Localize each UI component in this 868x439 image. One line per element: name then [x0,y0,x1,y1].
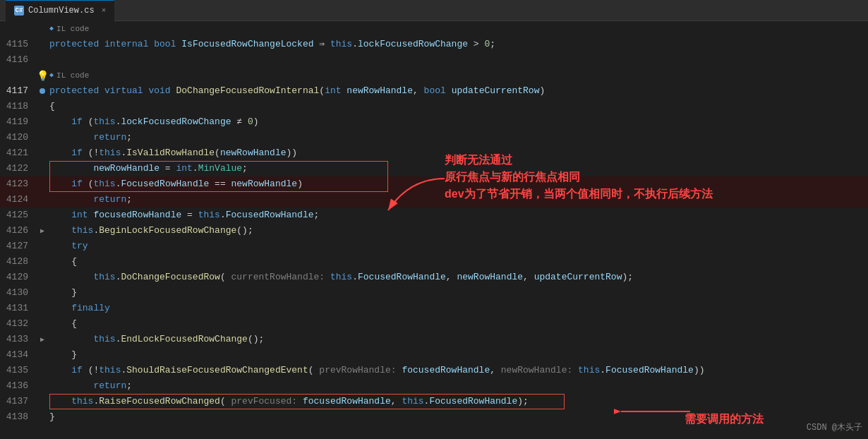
code-line: if (this.FocusedRowHandle == newRowHandl… [49,176,303,192]
gutter: 💡 [35,68,49,83]
arrow-icon: ▶ [35,332,49,347]
line-row: 4133 ▶ this.EndLockFocusedRowChange(); [0,332,868,347]
line-row: 4127 try [0,239,868,254]
line-number: 4122 [0,161,35,176]
line-number: 4124 [0,192,35,208]
line-number: 4137 [0,394,35,409]
il-badge: ◆ IL code [49,68,89,83]
close-tab-button[interactable]: × [102,6,107,15]
line-row: 4117 protected virtual void DoChangeFocu… [0,83,868,99]
filename: ColumnView.cs [28,6,95,16]
file-tab[interactable]: C# ColumnView.cs × [6,0,114,21]
code-line: this.DoChangeFocusedRow( currentRowHandl… [49,270,633,285]
code-line: int focusedRowHandle = this.FocusedRowHa… [49,208,319,223]
code-line: this.RaiseFocusedRowChanged( prevFocused… [49,394,529,409]
annotation-arrow-bottom [614,401,692,422]
code-line: if (!this.ShouldRaiseFocusedRowChangedEv… [49,363,705,378]
line-number: 4118 [0,99,35,114]
line-number: 4121 [0,145,35,161]
line-number: 4123 [0,176,35,192]
code-line: finally [49,301,110,316]
line-row: ◆ IL code [0,21,868,37]
line-row: 4130 } [0,285,868,301]
code-line: return; [49,130,132,145]
code-line: { [49,316,77,332]
line-row: 4116 [0,52,868,68]
line-number: 4136 [0,378,35,394]
line-row: 4128 { [0,254,868,270]
line-number: 4117 [0,83,35,99]
line-number: 4131 [0,301,35,316]
code-line: protected virtual void DoChangeFocusedRo… [49,83,545,99]
line-row: 4126 ▶ this.BeginLockFocusedRowChange(); [0,223,868,239]
line-number: 4119 [0,114,35,130]
line-number: 4128 [0,254,35,270]
line-number: 4127 [0,239,35,254]
code-line: if (!this.IsValidRowHandle(newRowHandle)… [49,145,297,161]
line-number: 4133 [0,332,35,347]
code-line: this.BeginLockFocusedRowChange(); [49,223,253,239]
gutter: ▶ [35,332,49,347]
line-number [0,68,35,83]
line-number: 4132 [0,316,35,332]
code-line: return; [49,378,132,394]
code-line: try [49,239,88,254]
line-row: 4137 this.RaiseFocusedRowChanged( prevFo… [0,394,868,409]
line-row: 4134 } [0,347,868,363]
title-bar: C# ColumnView.cs × [0,0,868,21]
line-number: 4125 [0,208,35,223]
line-number: 4135 [0,363,35,378]
code-line: } [49,409,55,425]
breakpoint-dot[interactable] [40,88,45,94]
il-icon: ◆ [49,68,54,83]
line-row: 4129 this.DoChangeFocusedRow( currentRow… [0,270,868,285]
bulb-icon[interactable]: 💡 [35,68,49,83]
code-line: return; [49,192,132,208]
line-number [0,21,35,37]
annotation-arrow-top [381,175,452,217]
code-line: this.EndLockFocusedRowChange(); [49,332,264,347]
code-editor: 判断无法通过 原行焦点与新的行焦点相同 dev为了节省开销，当两个值相同时，不执… [0,21,868,439]
line-row: 4119 if (this.lockFocusedRowChange ≠ 0) [0,114,868,130]
line-number: 4130 [0,285,35,301]
line-number: 4134 [0,347,35,363]
line-row: 4121 if (!this.IsValidRowHandle(newRowHa… [0,145,868,161]
line-row: 4118 { [0,99,868,114]
watermark: CSDN @木头子 [807,421,862,433]
line-row: 4120 return; [0,130,868,145]
annotation-bottom: 需要调用的方法 [685,411,764,428]
line-row: 4136 return; [0,378,868,394]
line-row: 4122 newRowHandle = int.MinValue; [0,161,868,176]
line-number: 4115 [0,37,35,52]
code-line: } [49,285,77,301]
line-number: 4129 [0,270,35,285]
line-row: 4132 { [0,316,868,332]
line-row: 4115 protected internal bool IsFocusedRo… [0,37,868,52]
gutter [35,88,49,94]
code-line: newRowHandle = int.MinValue; [49,161,248,176]
code-line: { [49,99,55,114]
line-number: 4126 [0,223,35,239]
annotation-top: 判断无法通过 原行焦点与新的行焦点相同 dev为了节省开销，当两个值相同时，不执… [445,152,713,203]
line-row: 4131 finally [0,301,868,316]
il-icon: ◆ [49,21,54,37]
code-line: } [49,347,77,363]
line-number: 4138 [0,409,35,425]
code-line: protected internal bool IsFocusedRowChan… [49,37,495,52]
line-row: 4135 if (!this.ShouldRaiseFocusedRowChan… [0,363,868,378]
line-number: 4116 [0,52,35,68]
code-line: if (this.lockFocusedRowChange ≠ 0) [49,114,259,130]
il-badge: ◆ IL code [49,21,89,37]
code-line: { [49,254,77,270]
line-row: 💡 ◆ IL code [0,68,868,83]
gutter: ▶ [35,223,49,239]
file-type-icon: C# [14,6,24,16]
arrow-icon: ▶ [35,223,49,239]
line-number: 4120 [0,130,35,145]
